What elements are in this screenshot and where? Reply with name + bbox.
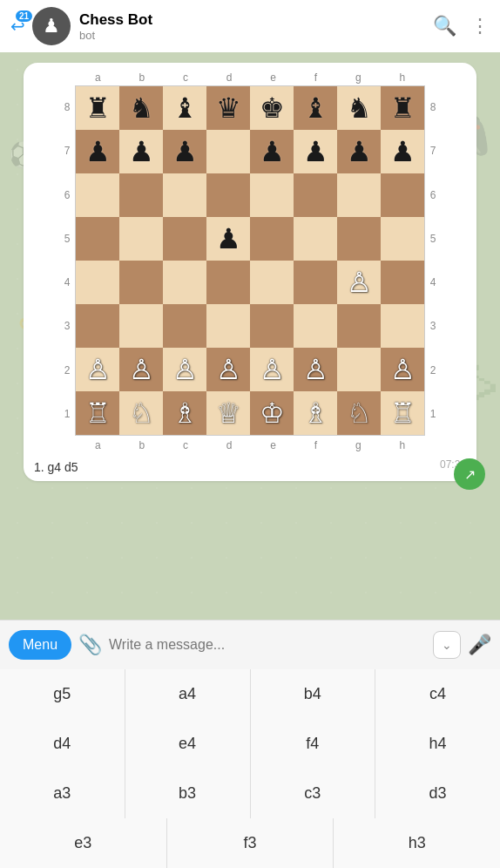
square-a7[interactable]: ♟ bbox=[76, 130, 119, 173]
square-d2[interactable]: ♙ bbox=[206, 348, 250, 391]
square-b6[interactable] bbox=[119, 173, 163, 217]
microphone-icon[interactable]: 🎤 bbox=[468, 634, 491, 656]
square-d8[interactable]: ♛ bbox=[206, 86, 250, 130]
square-d6[interactable] bbox=[206, 173, 250, 217]
move-button-d3[interactable]: d3 bbox=[375, 769, 500, 818]
square-f5[interactable] bbox=[294, 217, 337, 261]
square-a6[interactable] bbox=[76, 173, 119, 217]
square-e5[interactable] bbox=[250, 217, 294, 261]
square-c6[interactable] bbox=[163, 173, 206, 217]
square-f3[interactable] bbox=[294, 304, 337, 348]
avatar-icon: ♟ bbox=[43, 15, 60, 37]
square-a8[interactable]: ♜ bbox=[76, 86, 119, 130]
move-button-d4[interactable]: d4 bbox=[0, 719, 125, 769]
square-b2[interactable]: ♙ bbox=[119, 348, 163, 391]
square-g4[interactable]: ♙ bbox=[337, 261, 381, 304]
square-f6[interactable] bbox=[294, 173, 337, 217]
square-e7[interactable]: ♟ bbox=[250, 130, 294, 173]
square-b5[interactable] bbox=[119, 217, 163, 261]
moves-grid-row1: g5a4b4c4 bbox=[0, 669, 500, 719]
square-d5[interactable]: ♟ bbox=[206, 217, 250, 261]
square-f7[interactable]: ♟ bbox=[294, 130, 337, 173]
square-b1[interactable]: ♘ bbox=[119, 391, 163, 435]
move-button-e4[interactable]: e4 bbox=[125, 719, 250, 769]
square-e8[interactable]: ♚ bbox=[250, 86, 294, 130]
move-button-b3[interactable]: b3 bbox=[125, 769, 250, 818]
square-d4[interactable] bbox=[206, 261, 250, 304]
move-button-f3[interactable]: f3 bbox=[167, 818, 334, 868]
header: ↩ 21 ♟ Chess Bot bot 🔍 ⋮ bbox=[0, 0, 500, 52]
square-c8[interactable]: ♝ bbox=[163, 86, 206, 130]
move-button-h4[interactable]: h4 bbox=[375, 719, 500, 769]
move-button-f4[interactable]: f4 bbox=[251, 719, 375, 769]
move-button-h3[interactable]: h3 bbox=[334, 818, 500, 868]
square-c7[interactable]: ♟ bbox=[163, 130, 206, 173]
move-button-c4[interactable]: c4 bbox=[375, 669, 500, 719]
square-e3[interactable] bbox=[250, 304, 294, 348]
move-button-b4[interactable]: b4 bbox=[251, 669, 375, 719]
square-h5[interactable] bbox=[381, 217, 424, 261]
square-c5[interactable] bbox=[163, 217, 206, 261]
square-a1[interactable]: ♖ bbox=[76, 391, 119, 435]
attach-icon[interactable]: 📎 bbox=[78, 634, 102, 656]
square-h8[interactable]: ♜ bbox=[381, 86, 424, 130]
moves-grid-row4: e3f3h3 bbox=[0, 818, 500, 868]
back-button[interactable]: ↩ 21 bbox=[10, 16, 25, 37]
square-e2[interactable]: ♙ bbox=[250, 348, 294, 391]
menu-button[interactable]: Menu bbox=[9, 630, 71, 660]
square-a3[interactable] bbox=[76, 304, 119, 348]
move-button-a3[interactable]: a3 bbox=[0, 769, 125, 818]
square-e6[interactable] bbox=[250, 173, 294, 217]
square-h3[interactable] bbox=[381, 304, 424, 348]
square-a2[interactable]: ♙ bbox=[76, 348, 119, 391]
square-g3[interactable] bbox=[337, 304, 381, 348]
square-b7[interactable]: ♟ bbox=[119, 130, 163, 173]
rank-labels-left: 8 7 6 5 4 3 2 1 bbox=[59, 85, 75, 436]
square-h7[interactable]: ♟ bbox=[381, 130, 424, 173]
contact-name: Chess Bot bbox=[79, 11, 433, 29]
square-d3[interactable] bbox=[206, 304, 250, 348]
square-g2[interactable] bbox=[337, 348, 381, 391]
square-c3[interactable] bbox=[163, 304, 206, 348]
chess-board-container: a b c d e f g h 8 7 6 5 4 3 2 1 bbox=[34, 71, 466, 451]
square-h6[interactable] bbox=[381, 173, 424, 217]
square-a5[interactable] bbox=[76, 217, 119, 261]
square-e4[interactable] bbox=[250, 261, 294, 304]
square-b8[interactable]: ♞ bbox=[119, 86, 163, 130]
square-g1[interactable]: ♘ bbox=[337, 391, 381, 435]
square-g5[interactable] bbox=[337, 217, 381, 261]
rank-labels-right: 8 7 6 5 4 3 2 1 bbox=[425, 85, 441, 436]
square-b4[interactable] bbox=[119, 261, 163, 304]
square-f1[interactable]: ♗ bbox=[294, 391, 337, 435]
square-d1[interactable]: ♕ bbox=[206, 391, 250, 435]
more-options-icon[interactable]: ⋮ bbox=[470, 15, 490, 37]
file-labels-top: a b c d e f g h bbox=[76, 71, 424, 84]
square-c1[interactable]: ♗ bbox=[163, 391, 206, 435]
bottom-bar: Menu 📎 ⌄ 🎤 g5a4b4c4 d4e4f4h4 a3b3c3d3 e3… bbox=[0, 620, 500, 868]
square-h4[interactable] bbox=[381, 261, 424, 304]
square-f8[interactable]: ♝ bbox=[294, 86, 337, 130]
square-g6[interactable] bbox=[337, 173, 381, 217]
collapse-button[interactable]: ⌄ bbox=[433, 631, 461, 659]
search-icon[interactable]: 🔍 bbox=[433, 15, 456, 37]
move-button-g5[interactable]: g5 bbox=[0, 669, 125, 719]
square-h1[interactable]: ♖ bbox=[381, 391, 424, 435]
move-button-a4[interactable]: a4 bbox=[125, 669, 250, 719]
square-g8[interactable]: ♞ bbox=[337, 86, 381, 130]
square-f4[interactable] bbox=[294, 261, 337, 304]
square-c4[interactable] bbox=[163, 261, 206, 304]
message-timestamp: 07:38 bbox=[78, 458, 466, 471]
square-h2[interactable]: ♙ bbox=[381, 348, 424, 391]
message-input[interactable] bbox=[109, 637, 426, 653]
square-c2[interactable]: ♙ bbox=[163, 348, 206, 391]
chat-bubble: a b c d e f g h 8 7 6 5 4 3 2 1 bbox=[24, 63, 476, 481]
square-d7[interactable] bbox=[206, 130, 250, 173]
square-e1[interactable]: ♔ bbox=[250, 391, 294, 435]
square-g7[interactable]: ♟ bbox=[337, 130, 381, 173]
move-button-c3[interactable]: c3 bbox=[251, 769, 375, 818]
move-button-e3[interactable]: e3 bbox=[0, 818, 166, 868]
square-a4[interactable] bbox=[76, 261, 119, 304]
forward-button[interactable]: ↗ bbox=[454, 458, 485, 490]
square-f2[interactable]: ♙ bbox=[294, 348, 337, 391]
square-b3[interactable] bbox=[119, 304, 163, 348]
